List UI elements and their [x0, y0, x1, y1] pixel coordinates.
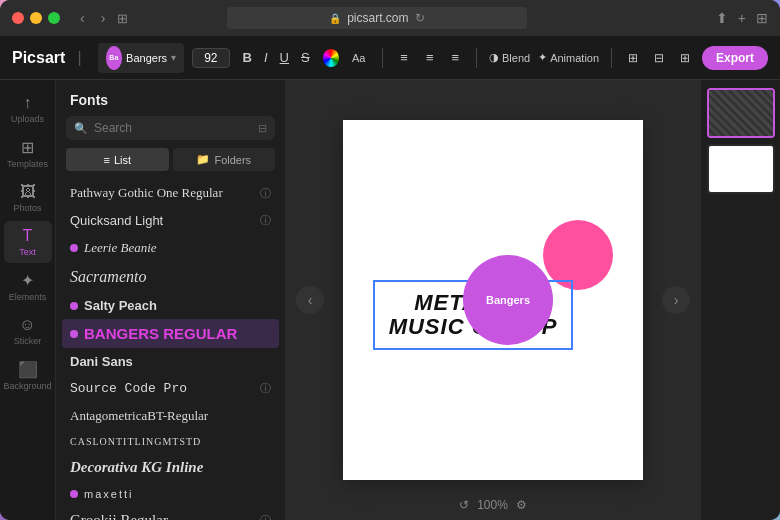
search-icon: 🔍 — [74, 122, 88, 135]
font-item-name: Source Code Pro — [70, 381, 187, 396]
minimize-button[interactable] — [30, 12, 42, 24]
share-button[interactable]: ⬆ — [716, 10, 728, 26]
font-info-icon[interactable]: ⓘ — [260, 213, 271, 228]
font-item[interactable]: CASLONTITLINGMTSTD — [62, 430, 279, 453]
font-item[interactable]: Dani Sans — [62, 348, 279, 375]
thumbnail-1[interactable] — [707, 88, 775, 138]
forward-button[interactable]: › — [97, 8, 110, 28]
browser-toolbar-right: ⬆ + ⊞ — [716, 10, 768, 26]
font-item[interactable]: Sacramento — [62, 262, 279, 292]
align-top-button[interactable]: ⊞ — [624, 49, 642, 67]
tab-folders[interactable]: 📁 Folders — [173, 148, 276, 171]
blend-label: Blend — [502, 52, 530, 64]
font-item-name: Quicksand Light — [70, 213, 163, 228]
sidebar-label-upload: Uploads — [11, 114, 44, 124]
font-item-name: Dani Sans — [70, 354, 133, 369]
animation-button[interactable]: ✦ Animation — [538, 51, 599, 64]
sidebar-item-background[interactable]: ⬛ Background — [4, 354, 52, 397]
right-panel — [700, 80, 780, 520]
thumb-white — [709, 146, 773, 192]
templates-icon: ⊞ — [21, 138, 34, 157]
zoom-settings-button[interactable]: ⚙ — [516, 498, 527, 512]
tab-row: ≡ List 📁 Folders — [66, 148, 275, 171]
filter-icon[interactable]: ⊟ — [258, 122, 267, 135]
sidebar-item-photos[interactable]: 🖼 Photos — [4, 177, 52, 219]
canvas-next-button[interactable]: › — [662, 286, 690, 314]
font-item[interactable]: Source Code Proⓘ — [62, 375, 279, 402]
font-item[interactable]: maxetti — [62, 482, 279, 506]
aa-button[interactable]: Aa — [347, 50, 370, 66]
strikethrough-button[interactable]: S — [296, 48, 315, 67]
font-dot — [70, 302, 78, 310]
bangers-circle-text: Bangers — [486, 294, 530, 306]
font-item-name: Pathway Gothic One Regular — [70, 185, 223, 201]
color-picker[interactable] — [323, 49, 339, 67]
main-content: ↑ Uploads ⊞ Templates 🖼 Photos T Text ✦ — [0, 80, 780, 520]
bold-button[interactable]: B — [238, 48, 257, 67]
distribute-button[interactable]: ⊞ — [676, 49, 694, 67]
font-item[interactable]: BANGERS REGULAR — [62, 319, 279, 348]
export-button[interactable]: Export — [702, 46, 768, 70]
sidebar-label-sticker: Sticker — [14, 336, 42, 346]
elements-icon: ✦ — [21, 271, 34, 290]
tab-folders-label: Folders — [214, 154, 251, 166]
logo-divider: | — [77, 49, 81, 67]
animation-icon: ✦ — [538, 51, 547, 64]
lock-icon: 🔒 — [329, 13, 341, 24]
thumbnail-2[interactable] — [707, 144, 775, 194]
font-avatar-text: Ba — [109, 54, 118, 61]
align-center-button[interactable]: ≡ — [421, 48, 439, 67]
font-avatar: Ba — [106, 46, 123, 70]
refresh-icon: ↻ — [415, 11, 425, 25]
sidebar-item-elements[interactable]: ✦ Elements — [4, 265, 52, 308]
font-size-input[interactable]: 92 — [192, 48, 230, 68]
sidebar-item-templates[interactable]: ⊞ Templates — [4, 132, 52, 175]
font-item[interactable]: Salty Peach — [62, 292, 279, 319]
align-right-button[interactable]: ≡ — [447, 48, 465, 67]
canvas-bottom-controls: ↺ 100% ⚙ — [459, 498, 527, 512]
maximize-button[interactable] — [48, 12, 60, 24]
sidebar-item-sticker[interactable]: ☺ Sticker — [4, 310, 52, 352]
underline-button[interactable]: U — [275, 48, 294, 67]
font-item[interactable]: Grookii Regularⓘ — [62, 506, 279, 520]
upload-icon: ↑ — [24, 94, 32, 112]
close-button[interactable] — [12, 12, 24, 24]
blend-button[interactable]: ◑ Blend — [489, 51, 530, 64]
italic-button[interactable]: I — [259, 48, 273, 67]
zoom-display: 100% — [477, 498, 508, 512]
align-left-button[interactable]: ≡ — [395, 48, 413, 67]
sidebar-label-templates: Templates — [7, 159, 48, 169]
undo-button[interactable]: ↺ — [459, 498, 469, 512]
grid-button[interactable]: ⊞ — [756, 10, 768, 26]
font-item-name: Grookii Regular — [70, 512, 168, 520]
font-info-icon[interactable]: ⓘ — [260, 381, 271, 396]
font-info-icon[interactable]: ⓘ — [260, 513, 271, 520]
background-icon: ⬛ — [18, 360, 38, 379]
sidebar-label-photos: Photos — [13, 203, 41, 213]
font-item-name: Salty Peach — [84, 298, 157, 313]
font-item[interactable]: AntagometricaBT-Regular — [62, 402, 279, 430]
tab-list[interactable]: ≡ List — [66, 148, 169, 171]
font-info-icon[interactable]: ⓘ — [260, 186, 271, 201]
address-bar[interactable]: 🔒 picsart.com ↻ — [227, 7, 527, 29]
new-tab-button[interactable]: + — [738, 10, 746, 26]
app-topbar: Picsart | Ba Bangers ▾ 92 B I U S Aa ≡ ≡… — [0, 36, 780, 80]
font-item-name: Leerie Beanie — [84, 240, 157, 256]
tab-list-label: List — [114, 154, 131, 166]
app-logo: Picsart — [12, 49, 65, 67]
align-middle-button[interactable]: ⊟ — [650, 49, 668, 67]
font-item[interactable]: Decorativa KG Inline — [62, 453, 279, 482]
animation-label: Animation — [550, 52, 599, 64]
font-selector[interactable]: Ba Bangers ▾ — [98, 43, 185, 73]
canvas-area: Bangers ‹ METALLICMUSIC GROUP › ↺ 100% ⚙ — [286, 80, 700, 520]
search-input[interactable] — [94, 121, 252, 135]
sidebar-item-upload[interactable]: ↑ Uploads — [4, 88, 52, 130]
font-item[interactable]: Pathway Gothic One Regularⓘ — [62, 179, 279, 207]
canvas-prev-button[interactable]: ‹ — [296, 286, 324, 314]
font-item-name: maxetti — [84, 488, 133, 500]
sidebar-item-text[interactable]: T Text — [4, 221, 52, 263]
font-item[interactable]: Quicksand Lightⓘ — [62, 207, 279, 234]
font-item[interactable]: Leerie Beanie — [62, 234, 279, 262]
back-button[interactable]: ‹ — [76, 8, 89, 28]
search-bar[interactable]: 🔍 ⊟ — [66, 116, 275, 140]
